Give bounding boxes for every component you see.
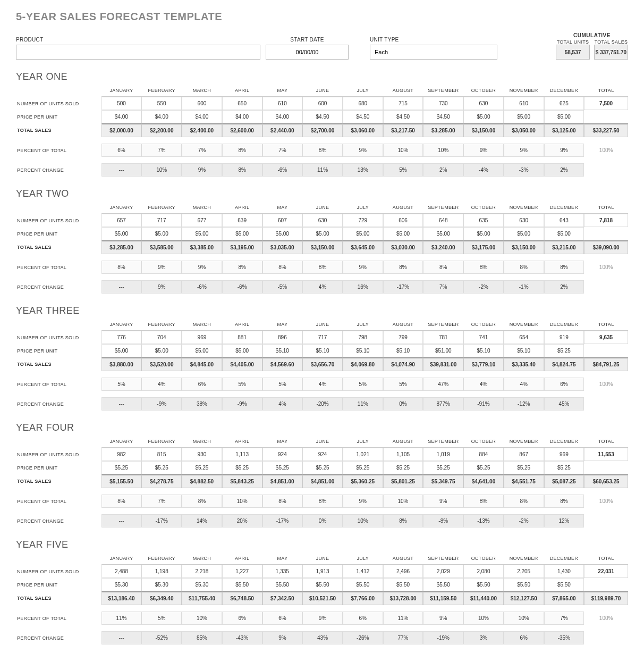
month-header: FEBRUARY: [141, 202, 182, 214]
month-header: JANUARY: [101, 552, 142, 565]
cell: 715: [383, 97, 423, 110]
cell: 969: [182, 331, 222, 344]
cumulative-block: CUMULATIVE TOTAL UNITS TOTAL SALES 58,53…: [556, 32, 628, 60]
cell: $3,150.00: [302, 240, 343, 254]
month-header: MARCH: [182, 319, 222, 331]
month-header: JUNE: [302, 202, 343, 214]
cell: $5.10: [463, 344, 504, 357]
cell: 43%: [302, 631, 343, 644]
cell: 2%: [423, 163, 463, 177]
cell: -6%: [222, 280, 262, 294]
cell: -8%: [423, 514, 463, 527]
cumulative-title: CUMULATIVE: [573, 32, 611, 38]
cell: 1,198: [141, 565, 182, 578]
month-header: AUGUST: [383, 319, 423, 331]
cell: 610: [262, 97, 303, 110]
month-header: JUNE: [302, 85, 343, 97]
month-header: DECEMBER: [544, 202, 584, 214]
cell: 10%: [504, 612, 544, 625]
cell: $4,824.75: [544, 357, 584, 371]
month-header: OCTOBER: [463, 319, 504, 331]
cell: $3,050.00: [504, 123, 544, 137]
cell: $5.10: [302, 344, 343, 357]
cell: 10%: [463, 612, 504, 625]
row-label: NUMBER OF UNITS SOLD: [16, 331, 101, 344]
cell: -6%: [182, 280, 222, 294]
cell: 1,335: [262, 565, 303, 578]
cell: $5.10: [383, 344, 423, 357]
cell: [584, 631, 628, 644]
cell: $5.25: [101, 461, 142, 474]
cell: $5.00: [504, 227, 544, 240]
cell: $5.25: [544, 461, 584, 474]
cell: 5%: [262, 378, 303, 391]
unit-type-input[interactable]: [370, 45, 497, 60]
row-label: TOTAL SALES: [16, 357, 101, 371]
cell: $3,215.00: [544, 240, 584, 254]
cell: 635: [463, 214, 504, 227]
month-header: AUGUST: [383, 552, 423, 565]
cell: 798: [343, 331, 383, 344]
cell: -91%: [463, 397, 504, 411]
month-header: SEPTEMBER: [423, 319, 463, 331]
cell: $4,845.00: [182, 357, 222, 371]
cell: $5.00: [463, 227, 504, 240]
year-table: JANUARYFEBRUARYMARCHAPRILMAYJUNEJULYAUGU…: [16, 552, 628, 644]
cell: $5,155.50: [101, 474, 142, 488]
cell: $5,087.25: [544, 474, 584, 488]
cell: 8%: [222, 144, 262, 157]
unit-type-label: UNIT TYPE: [370, 37, 497, 43]
cell: $2,700.00: [302, 123, 343, 137]
cell: $5.25: [222, 461, 262, 474]
cell: 8%: [463, 261, 504, 274]
cell: 11%: [343, 397, 383, 411]
start-date-input[interactable]: [266, 45, 349, 60]
month-header: NOVEMBER: [504, 552, 544, 565]
cell: 8%: [504, 495, 544, 508]
cell: 12%: [544, 514, 584, 527]
cell: 9%: [182, 163, 222, 177]
cell: $5.00: [101, 227, 142, 240]
cell: $4.50: [383, 110, 423, 123]
cell: 500: [101, 97, 142, 110]
cell: 22,031: [584, 565, 628, 578]
cell: $11,440.00: [463, 591, 504, 605]
cell: $5.10: [504, 344, 544, 357]
cell: $6,349.40: [141, 591, 182, 605]
month-header: NOVEMBER: [504, 436, 544, 448]
month-header: FEBRUARY: [141, 85, 182, 97]
cell: 9%: [423, 612, 463, 625]
cell: 10%: [182, 612, 222, 625]
cell: 85%: [182, 631, 222, 644]
cell: 8%: [302, 261, 343, 274]
cell: 8%: [463, 495, 504, 508]
cell: $4,641.00: [463, 474, 504, 488]
cell: 7%: [544, 612, 584, 625]
cell: $5.00: [302, 227, 343, 240]
year-block: YEAR THREEJANUARYFEBRUARYMARCHAPRILMAYJU…: [16, 305, 628, 411]
cell: -6%: [262, 163, 303, 177]
month-header: MAY: [262, 436, 303, 448]
cell: 10%: [383, 495, 423, 508]
cell: 730: [423, 97, 463, 110]
cell: 654: [504, 331, 544, 344]
month-header: JUNE: [302, 552, 343, 565]
cell: 38%: [182, 397, 222, 411]
cell: 630: [302, 214, 343, 227]
year-title: YEAR TWO: [16, 188, 628, 199]
cell: $3,285.00: [101, 240, 142, 254]
product-input[interactable]: [16, 45, 260, 60]
cell: $4.00: [222, 110, 262, 123]
cell: 2,205: [504, 565, 544, 578]
cell: 8%: [262, 261, 303, 274]
cell: -5%: [262, 280, 303, 294]
month-header: DECEMBER: [544, 319, 584, 331]
month-header: MARCH: [182, 202, 222, 214]
cell: $5.25: [463, 461, 504, 474]
cell: 1,021: [343, 448, 383, 461]
month-header: JULY: [343, 85, 383, 97]
row-label: PRICE PER UNIT: [16, 344, 101, 357]
year-block: YEAR FOURJANUARYFEBRUARYMARCHAPRILMAYJUN…: [16, 422, 628, 527]
cell: 650: [222, 97, 262, 110]
cell: $5.00: [544, 227, 584, 240]
